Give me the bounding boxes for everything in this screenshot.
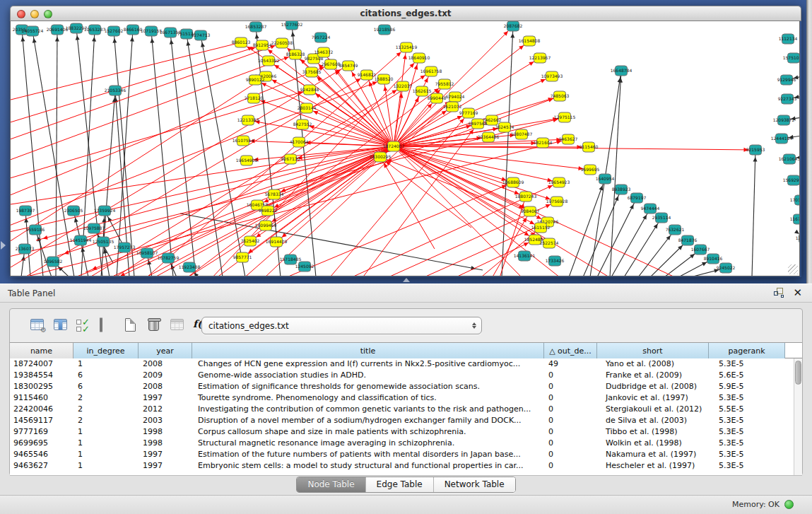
graph-node-label: 2087682 (504, 23, 523, 28)
graph-node-label: 11325419 (396, 45, 418, 49)
edge-arrowhead-icon (414, 65, 418, 70)
edge-arrowhead-icon (186, 41, 190, 46)
edge-arrowhead-icon (690, 254, 695, 258)
table-row[interactable]: 969969511998Structural magnetic resonanc… (10, 438, 802, 449)
graph-edge[interactable] (248, 120, 394, 146)
graph-edge[interactable] (380, 157, 435, 249)
graph-node-label: 1733426 (546, 258, 565, 263)
status-bar: Memory: OK (0, 495, 812, 514)
graph-edge[interactable] (255, 80, 394, 146)
graph-node-label: 1621072 (443, 104, 462, 109)
table-row[interactable]: 1456911722003Disruption of a novel membe… (10, 415, 802, 426)
graph-node-label: 1322037 (394, 83, 413, 88)
graph-edge[interactable] (11, 76, 266, 255)
minimize-traffic-light[interactable] (30, 10, 39, 18)
table-row[interactable]: 977716911998Corpus callosum shape and si… (10, 426, 802, 438)
graph-node-label: 8990448 (428, 95, 447, 100)
close-panel-icon[interactable]: ✕ (793, 288, 802, 298)
scrollbar-thumb[interactable] (795, 361, 801, 385)
graph-edge[interactable] (11, 45, 262, 129)
graph-edge[interactable] (11, 42, 241, 105)
graph-edge[interactable] (597, 198, 637, 276)
table-row[interactable]: 911546021997Tourette syndrome. Phenomeno… (10, 392, 802, 404)
graph-edge[interactable] (11, 43, 282, 143)
float-panel-icon[interactable] (774, 288, 784, 298)
cell-in_degree: 6 (73, 370, 139, 381)
cell-title: Embryonic stem cells: a model to study s… (192, 460, 544, 472)
row-options-icon[interactable] (100, 318, 115, 332)
graph-edge[interactable] (151, 31, 173, 276)
cell-name: 9465546 (10, 449, 73, 460)
cell-short: Stergiakouli et al. (2012) (597, 404, 709, 415)
graph-edge[interactable] (254, 98, 394, 146)
divider-handle[interactable] (403, 278, 410, 282)
graph-node-label: 9890122 (246, 77, 265, 82)
table-row[interactable]: 946362711997Embryonic stem cells: a mode… (10, 460, 802, 472)
tab-edge-table[interactable]: Edge Table (366, 477, 434, 492)
column-header-title[interactable]: title (192, 343, 544, 358)
network-view-window[interactable]: citations_edges.txt 18724007886012389129… (10, 6, 801, 277)
cell-in_degree: 6 (73, 381, 139, 392)
show-columns-icon[interactable] (53, 318, 69, 332)
panel-collapse-arrow[interactable] (1, 241, 6, 250)
table-vertical-scrollbar[interactable] (794, 358, 802, 476)
graph-node-label: 9474444 (641, 206, 660, 211)
cell-in_degree: 2 (73, 404, 139, 415)
graph-node-label: 9498222 (259, 208, 278, 213)
close-traffic-light[interactable] (17, 10, 25, 18)
table-row[interactable]: 2242004622012Investigating the contribut… (10, 404, 802, 415)
graph-edge[interactable] (180, 214, 483, 270)
cell-title: Structural magnetic resonance image aver… (192, 438, 544, 449)
graph-edge[interactable] (307, 108, 394, 146)
edge-arrowhead-icon (43, 235, 48, 240)
graph-node-label: 6879197 (628, 195, 647, 200)
graph-edge[interactable] (752, 150, 755, 276)
network-window-titlebar[interactable]: citations_edges.txt (10, 6, 801, 21)
table-selector-value: citations_edges.txt (202, 321, 469, 331)
graph-edge[interactable] (117, 30, 133, 276)
table-settings-icon[interactable]: ⚙ (30, 318, 45, 332)
table-row[interactable]: 1938455462009Genome-wide association stu… (10, 370, 802, 381)
tab-network-table[interactable]: Network Table (434, 477, 515, 492)
graph-edge[interactable] (11, 146, 394, 235)
table-row[interactable]: 1830029562008Estimation of significance … (10, 381, 802, 392)
zoom-traffic-light[interactable] (44, 10, 52, 18)
graph-edge[interactable] (799, 217, 800, 219)
citation-network-graph[interactable]: 1872400788601238912954222605388186328105… (11, 21, 800, 276)
column-header-out_degree[interactable]: △ out_de... (544, 343, 597, 358)
select-columns-icon[interactable]: ✓✓ (76, 318, 92, 332)
graph-edge[interactable] (583, 189, 621, 276)
edge-arrowhead-icon (654, 223, 658, 228)
graph-node-label: 1245092 (295, 264, 314, 269)
column-header-in_degree[interactable]: in_degree (73, 343, 139, 358)
graph-node-label: 16107554 (233, 138, 254, 143)
graph-node-label: 10807487 (511, 132, 533, 136)
edge-arrowhead-icon (64, 250, 69, 255)
graph-node-label: 8860123 (232, 40, 251, 45)
cell-pagerank: 5.3E-5 (709, 415, 785, 426)
graph-node-label: 22260538 (271, 40, 293, 45)
table-row[interactable]: 1872400712008Changes of HCN gene express… (10, 358, 802, 370)
window-resize-grip[interactable] (788, 264, 798, 274)
edge-arrowhead-icon (442, 111, 447, 115)
graph-edge[interactable] (114, 31, 134, 276)
delete-table-icon[interactable] (146, 318, 162, 332)
graph-edge[interactable] (610, 71, 621, 276)
column-header-short[interactable]: short (597, 343, 709, 358)
column-header-pagerank[interactable]: pagerank (709, 343, 785, 358)
graph-node-label: 9245022 (717, 265, 736, 270)
edge-arrowhead-icon (403, 54, 407, 59)
table-selector-dropdown[interactable]: citations_edges.txt (201, 317, 482, 334)
tab-node-table[interactable]: Node Table (297, 477, 365, 492)
graph-node-label: 1987397 (16, 208, 35, 213)
graph-node-label: 9463627 (559, 136, 578, 141)
graph-edge[interactable] (569, 179, 605, 276)
column-header-name[interactable]: name (10, 343, 73, 358)
graph-node-label: 12505135 (93, 239, 114, 244)
network-canvas[interactable]: 1872400788601238912954222605388186328105… (10, 21, 800, 276)
table-row[interactable]: 946554611997Estimation of the future num… (10, 449, 802, 460)
cell-in_degree: 2 (73, 392, 139, 404)
new-table-icon[interactable] (123, 318, 139, 332)
graph-node-label: 1640954 (596, 176, 615, 181)
column-header-year[interactable]: year (139, 343, 192, 358)
